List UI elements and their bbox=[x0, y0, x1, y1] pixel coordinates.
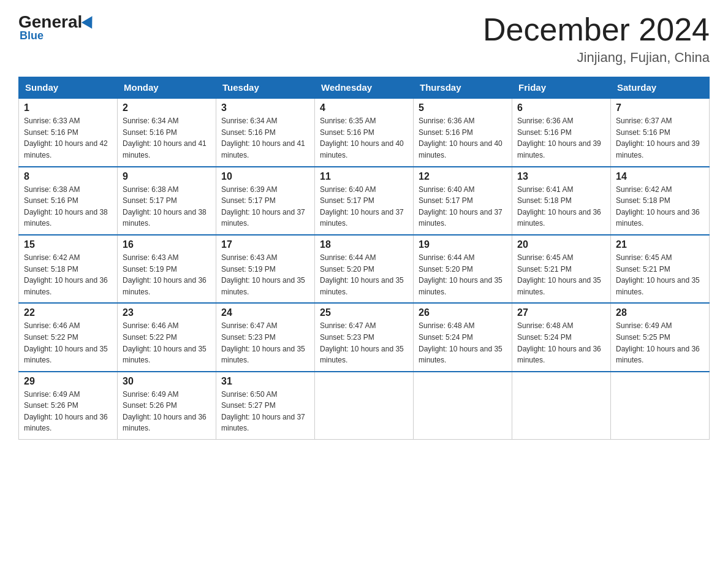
day-info: Sunrise: 6:46 AMSunset: 5:22 PMDaylight:… bbox=[123, 321, 207, 364]
calendar-week-row: 29Sunrise: 6:49 AMSunset: 5:26 PMDayligh… bbox=[19, 372, 710, 440]
day-number: 21 bbox=[616, 239, 704, 250]
day-number: 11 bbox=[320, 171, 408, 182]
day-info: Sunrise: 6:42 AMSunset: 5:18 PMDaylight:… bbox=[616, 185, 700, 228]
day-number: 6 bbox=[517, 102, 605, 113]
table-row bbox=[512, 372, 611, 440]
table-row: 2Sunrise: 6:34 AMSunset: 5:16 PMDaylight… bbox=[118, 98, 216, 166]
day-info: Sunrise: 6:45 AMSunset: 5:21 PMDaylight:… bbox=[517, 253, 601, 296]
table-row: 20Sunrise: 6:45 AMSunset: 5:21 PMDayligh… bbox=[512, 235, 611, 303]
day-number: 15 bbox=[24, 239, 112, 250]
logo-blue-text: Blue bbox=[20, 29, 44, 42]
day-number: 26 bbox=[419, 307, 507, 318]
table-row: 21Sunrise: 6:45 AMSunset: 5:21 PMDayligh… bbox=[611, 235, 710, 303]
table-row: 12Sunrise: 6:40 AMSunset: 5:17 PMDayligh… bbox=[414, 167, 512, 235]
day-number: 29 bbox=[24, 376, 112, 387]
table-row: 22Sunrise: 6:46 AMSunset: 5:22 PMDayligh… bbox=[19, 303, 118, 371]
day-number: 9 bbox=[123, 171, 211, 182]
table-row: 24Sunrise: 6:47 AMSunset: 5:23 PMDayligh… bbox=[216, 303, 315, 371]
day-number: 19 bbox=[419, 239, 507, 250]
table-row: 9Sunrise: 6:38 AMSunset: 5:17 PMDaylight… bbox=[118, 167, 216, 235]
table-row: 23Sunrise: 6:46 AMSunset: 5:22 PMDayligh… bbox=[118, 303, 216, 371]
day-number: 8 bbox=[24, 171, 112, 182]
day-info: Sunrise: 6:48 AMSunset: 5:24 PMDaylight:… bbox=[419, 321, 502, 364]
table-row: 8Sunrise: 6:38 AMSunset: 5:16 PMDaylight… bbox=[19, 167, 118, 235]
day-info: Sunrise: 6:45 AMSunset: 5:21 PMDaylight:… bbox=[616, 253, 700, 296]
day-info: Sunrise: 6:49 AMSunset: 5:26 PMDaylight:… bbox=[24, 390, 108, 433]
table-row: 28Sunrise: 6:49 AMSunset: 5:25 PMDayligh… bbox=[611, 303, 710, 371]
day-info: Sunrise: 6:36 AMSunset: 5:16 PMDaylight:… bbox=[517, 117, 601, 159]
table-row: 7Sunrise: 6:37 AMSunset: 5:16 PMDaylight… bbox=[611, 98, 710, 166]
day-info: Sunrise: 6:48 AMSunset: 5:24 PMDaylight:… bbox=[517, 321, 601, 364]
day-info: Sunrise: 6:40 AMSunset: 5:17 PMDaylight:… bbox=[320, 185, 404, 228]
table-row: 29Sunrise: 6:49 AMSunset: 5:26 PMDayligh… bbox=[19, 372, 118, 440]
day-info: Sunrise: 6:42 AMSunset: 5:18 PMDaylight:… bbox=[24, 253, 108, 296]
table-row: 13Sunrise: 6:41 AMSunset: 5:18 PMDayligh… bbox=[512, 167, 611, 235]
day-number: 16 bbox=[123, 239, 211, 250]
logo-triangle-icon bbox=[82, 13, 97, 29]
day-number: 7 bbox=[616, 102, 704, 113]
day-number: 14 bbox=[616, 171, 704, 182]
day-number: 28 bbox=[616, 307, 704, 318]
day-number: 20 bbox=[517, 239, 605, 250]
day-number: 30 bbox=[123, 376, 211, 387]
day-number: 31 bbox=[221, 376, 309, 387]
table-row: 25Sunrise: 6:47 AMSunset: 5:23 PMDayligh… bbox=[315, 303, 414, 371]
calendar-header-row: Sunday Monday Tuesday Wednesday Thursday… bbox=[19, 77, 710, 99]
calendar-week-row: 1Sunrise: 6:33 AMSunset: 5:16 PMDaylight… bbox=[19, 98, 710, 166]
day-number: 18 bbox=[320, 239, 408, 250]
page-title: December 2024 bbox=[483, 12, 710, 47]
day-info: Sunrise: 6:50 AMSunset: 5:27 PMDaylight:… bbox=[221, 390, 305, 433]
day-info: Sunrise: 6:38 AMSunset: 5:17 PMDaylight:… bbox=[123, 185, 207, 228]
day-number: 4 bbox=[320, 102, 408, 113]
title-section: December 2024 Jinjiang, Fujian, China bbox=[483, 12, 710, 66]
day-info: Sunrise: 6:38 AMSunset: 5:16 PMDaylight:… bbox=[24, 185, 108, 228]
col-friday: Friday bbox=[512, 77, 611, 99]
day-info: Sunrise: 6:49 AMSunset: 5:25 PMDaylight:… bbox=[616, 321, 700, 364]
table-row bbox=[611, 372, 710, 440]
col-monday: Monday bbox=[118, 77, 216, 99]
day-info: Sunrise: 6:41 AMSunset: 5:18 PMDaylight:… bbox=[517, 185, 601, 228]
day-number: 22 bbox=[24, 307, 112, 318]
day-number: 25 bbox=[320, 307, 408, 318]
day-number: 10 bbox=[221, 171, 309, 182]
calendar-week-row: 15Sunrise: 6:42 AMSunset: 5:18 PMDayligh… bbox=[19, 235, 710, 303]
col-thursday: Thursday bbox=[414, 77, 512, 99]
day-number: 5 bbox=[419, 102, 507, 113]
day-info: Sunrise: 6:34 AMSunset: 5:16 PMDaylight:… bbox=[123, 117, 207, 159]
table-row: 31Sunrise: 6:50 AMSunset: 5:27 PMDayligh… bbox=[216, 372, 315, 440]
day-number: 2 bbox=[123, 102, 211, 113]
table-row: 30Sunrise: 6:49 AMSunset: 5:26 PMDayligh… bbox=[118, 372, 216, 440]
day-info: Sunrise: 6:36 AMSunset: 5:16 PMDaylight:… bbox=[419, 117, 502, 159]
table-row: 11Sunrise: 6:40 AMSunset: 5:17 PMDayligh… bbox=[315, 167, 414, 235]
day-info: Sunrise: 6:34 AMSunset: 5:16 PMDaylight:… bbox=[221, 117, 305, 159]
table-row: 19Sunrise: 6:44 AMSunset: 5:20 PMDayligh… bbox=[414, 235, 512, 303]
day-number: 23 bbox=[123, 307, 211, 318]
table-row bbox=[414, 372, 512, 440]
day-info: Sunrise: 6:33 AMSunset: 5:16 PMDaylight:… bbox=[24, 117, 108, 159]
table-row: 17Sunrise: 6:43 AMSunset: 5:19 PMDayligh… bbox=[216, 235, 315, 303]
table-row: 5Sunrise: 6:36 AMSunset: 5:16 PMDaylight… bbox=[414, 98, 512, 166]
table-row: 14Sunrise: 6:42 AMSunset: 5:18 PMDayligh… bbox=[611, 167, 710, 235]
day-number: 12 bbox=[419, 171, 507, 182]
table-row: 27Sunrise: 6:48 AMSunset: 5:24 PMDayligh… bbox=[512, 303, 611, 371]
table-row: 1Sunrise: 6:33 AMSunset: 5:16 PMDaylight… bbox=[19, 98, 118, 166]
day-info: Sunrise: 6:35 AMSunset: 5:16 PMDaylight:… bbox=[320, 117, 404, 159]
day-info: Sunrise: 6:43 AMSunset: 5:19 PMDaylight:… bbox=[221, 253, 305, 296]
table-row: 18Sunrise: 6:44 AMSunset: 5:20 PMDayligh… bbox=[315, 235, 414, 303]
day-number: 27 bbox=[517, 307, 605, 318]
day-info: Sunrise: 6:46 AMSunset: 5:22 PMDaylight:… bbox=[24, 321, 108, 364]
table-row: 26Sunrise: 6:48 AMSunset: 5:24 PMDayligh… bbox=[414, 303, 512, 371]
calendar-week-row: 22Sunrise: 6:46 AMSunset: 5:22 PMDayligh… bbox=[19, 303, 710, 371]
table-row: 3Sunrise: 6:34 AMSunset: 5:16 PMDaylight… bbox=[216, 98, 315, 166]
page-header: General Blue December 2024 Jinjiang, Fuj… bbox=[18, 12, 710, 66]
day-info: Sunrise: 6:44 AMSunset: 5:20 PMDaylight:… bbox=[320, 253, 404, 296]
day-info: Sunrise: 6:37 AMSunset: 5:16 PMDaylight:… bbox=[616, 117, 700, 159]
col-tuesday: Tuesday bbox=[216, 77, 315, 99]
col-saturday: Saturday bbox=[611, 77, 710, 99]
logo: General Blue bbox=[18, 12, 96, 42]
day-number: 24 bbox=[221, 307, 309, 318]
day-number: 1 bbox=[24, 102, 112, 113]
table-row: 10Sunrise: 6:39 AMSunset: 5:17 PMDayligh… bbox=[216, 167, 315, 235]
page-subtitle: Jinjiang, Fujian, China bbox=[483, 50, 710, 66]
day-info: Sunrise: 6:47 AMSunset: 5:23 PMDaylight:… bbox=[320, 321, 404, 364]
